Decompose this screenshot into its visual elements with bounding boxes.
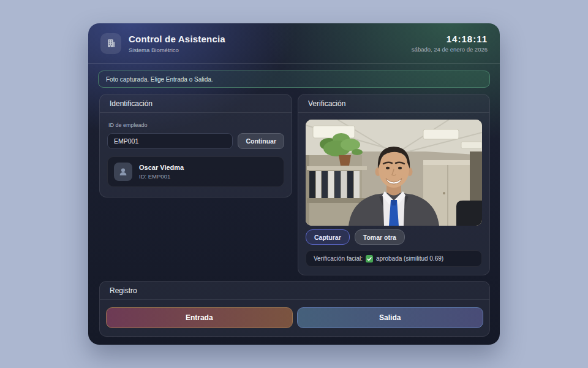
- page-background: Control de Asistencia Sistema Biométrico…: [0, 0, 588, 368]
- identification-panel-title: Identificación: [100, 94, 292, 113]
- identification-panel: Identificación ID de empleado Continuar: [99, 94, 292, 197]
- verification-status-prefix: Verificación facial:: [314, 255, 363, 262]
- date-display: sábado, 24 de enero de 2026: [412, 46, 488, 53]
- page-subtitle: Sistema Biométrico: [129, 47, 225, 53]
- employee-card[interactable]: Oscar Viedma ID: EMP001: [107, 156, 284, 187]
- building-icon: [100, 33, 121, 54]
- employee-id-label: ID de empleado: [108, 122, 284, 128]
- app-identity: Control de Asistencia Sistema Biométrico: [100, 33, 225, 54]
- employee-name: Oscar Viedma: [139, 164, 184, 171]
- datetime-block: 14:18:11 sábado, 24 de enero de 2026: [412, 34, 488, 53]
- continue-button[interactable]: Continuar: [238, 133, 284, 149]
- status-banner: Foto capturada. Elige Entrada o Salida.: [98, 71, 490, 88]
- check-approved-icon: [366, 255, 373, 263]
- employee-meta: Oscar Viedma ID: EMP001: [139, 164, 184, 180]
- entrada-button[interactable]: Entrada: [106, 307, 293, 328]
- employee-id-row: Continuar: [107, 133, 284, 149]
- title-block: Control de Asistencia Sistema Biométrico: [129, 34, 225, 53]
- identification-body: ID de empleado Continuar: [100, 113, 292, 197]
- registro-panel-title: Registro: [100, 282, 489, 300]
- salida-button[interactable]: Salida: [297, 307, 484, 328]
- verification-status: Verificación facial: aprobada (similitud…: [306, 250, 482, 267]
- photo-actions-row: Capturar Tomar otra: [306, 229, 482, 245]
- retake-button[interactable]: Tomar otra: [355, 229, 405, 245]
- capture-button[interactable]: Capturar: [306, 229, 350, 245]
- page-title: Control de Asistencia: [129, 34, 225, 44]
- captured-photo: [306, 120, 482, 226]
- registro-body: Entrada Salida: [100, 300, 489, 336]
- verification-body: Capturar Tomar otra Verificación facial:…: [298, 113, 489, 275]
- app-window: Control de Asistencia Sistema Biométrico…: [88, 23, 500, 345]
- app-header: Control de Asistencia Sistema Biométrico…: [88, 23, 500, 64]
- clock-display: 14:18:11: [412, 34, 488, 44]
- employee-id-line: ID: EMP001: [139, 173, 184, 180]
- verification-panel: Verificación: [298, 94, 490, 275]
- content-row: Identificación ID de empleado Continuar: [99, 94, 490, 275]
- person-icon: [114, 163, 132, 181]
- verification-status-result: aprobada (similitud 0.69): [376, 255, 443, 262]
- employee-id-input[interactable]: [107, 133, 233, 149]
- verification-panel-title: Verificación: [298, 94, 489, 113]
- status-banner-text: Foto capturada. Elige Entrada o Salida.: [106, 76, 213, 83]
- registro-panel: Registro Entrada Salida: [99, 281, 490, 337]
